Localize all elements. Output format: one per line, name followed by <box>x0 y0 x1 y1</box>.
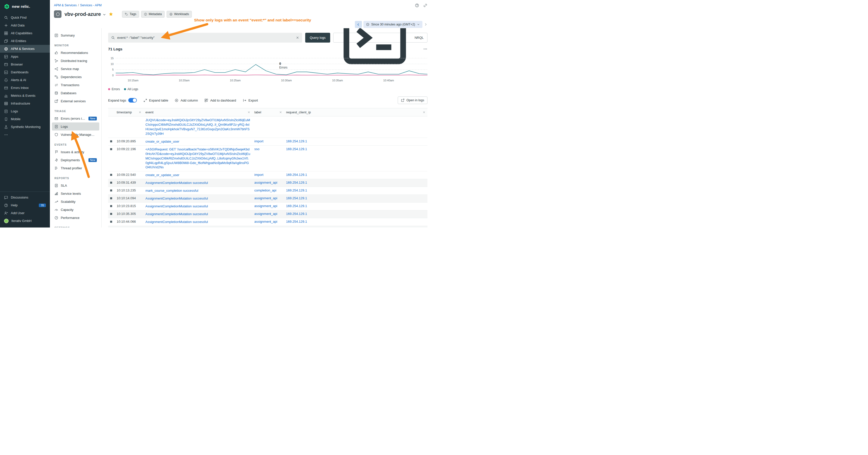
remove-column-icon[interactable] <box>248 111 250 113</box>
sidebar-item-browser[interactable]: Browser <box>0 61 50 68</box>
entity-switcher-chevron-icon[interactable] <box>102 13 106 17</box>
sidebar-item-all-entities[interactable]: All Entities <box>0 37 50 45</box>
log-event-link[interactable]: <ASGIRequest: GET '/sso/callback/?state=… <box>146 147 250 170</box>
log-ip-link[interactable]: 169.254.129.1 <box>286 139 307 143</box>
workloads-button[interactable]: Workloads <box>166 11 192 18</box>
sidebar-item-errors-inbox[interactable]: Errors Inbox <box>0 84 50 92</box>
expand-table-button[interactable]: Expand table <box>144 98 168 102</box>
clear-query-icon[interactable] <box>296 36 299 39</box>
row-select-marker[interactable] <box>110 182 112 184</box>
nav-item-vulnerability-management[interactable]: Vulnerability Management <box>52 130 99 138</box>
log-label-link[interactable]: sso <box>254 147 259 151</box>
log-event-link[interactable]: AssignmentCompletionMutation successful <box>146 220 250 224</box>
nav-item-databases[interactable]: Databases <box>52 89 99 97</box>
nav-item-logs[interactable]: Logs <box>52 123 99 130</box>
log-row[interactable]: 10:10:49.051mark_course_completion succe… <box>108 226 428 228</box>
nav-item-summary[interactable]: Summary <box>52 31 99 39</box>
logs-query-text[interactable]: event:* -"label":"security" <box>117 36 293 39</box>
log-row[interactable]: 10:09:22.540create_or_update_userimport1… <box>108 171 428 179</box>
log-event-link[interactable]: AssignmentCompletionMutation successful <box>146 204 250 208</box>
log-event-link[interactable]: AssignmentCompletionMutation successful <box>146 181 250 185</box>
row-select-marker[interactable] <box>110 174 112 176</box>
nav-item-errors-errors-inb[interactable]: Errors (errors inb...New <box>52 115 99 123</box>
log-row[interactable]: 10:10:14.094AssignmentCompletionMutation… <box>108 195 428 202</box>
log-ip-link[interactable]: 169.254.129.1 <box>286 181 307 185</box>
log-ip-link[interactable]: 169.254.129.1 <box>286 220 307 224</box>
breadcrumb-services-apm[interactable]: Services - APM <box>80 3 101 7</box>
log-ip-link[interactable]: 169.254.129.1 <box>286 173 307 176</box>
column-header-request-client-ip[interactable]: request_client_ip <box>284 108 428 117</box>
add-to-dashboard-button[interactable]: Add to dashboard <box>205 98 236 102</box>
log-row[interactable]: 10:10:44.066AssignmentCompletionMutation… <box>108 218 428 226</box>
log-label-link[interactable]: import <box>254 173 264 176</box>
more-options-icon[interactable] <box>423 47 428 51</box>
row-select-marker[interactable] <box>110 197 112 199</box>
sidebar-item-quick-find[interactable]: Quick Find <box>0 13 50 22</box>
log-event-link[interactable]: JUQVU&code=eyJraWQiOiJjcGltY29yZV8wOTI1M… <box>146 118 250 136</box>
row-select-marker[interactable] <box>110 148 112 150</box>
favorite-star-icon[interactable] <box>108 12 113 17</box>
logs-timeseries-chart[interactable]: 051015 0 Errors 10:15am10:20am10:25am10:… <box>108 56 428 84</box>
nav-item-sla[interactable]: SLA <box>52 182 99 190</box>
nav-item-capacity[interactable]: Capacity <box>52 205 99 214</box>
help-circle-icon[interactable] <box>415 3 419 7</box>
sidebar-item-logs[interactable]: Logs <box>0 107 50 115</box>
nav-item-transactions[interactable]: Transactions <box>52 81 99 89</box>
new-relic-logo[interactable]: new relic. <box>0 0 50 13</box>
column-header-timestamp[interactable]: timestamp <box>115 108 144 117</box>
sidebar-item-more[interactable] <box>0 131 50 138</box>
column-header-label[interactable]: label <box>252 108 284 117</box>
sidebar-item-apps[interactable]: Apps <box>0 53 50 61</box>
log-row[interactable]: 10:10:23.815AssignmentCompletionMutation… <box>108 202 428 210</box>
log-label-link[interactable]: assignment_api <box>254 181 277 185</box>
add-column-button[interactable]: Add column <box>175 98 198 102</box>
nav-item-dependencies[interactable]: Dependencies <box>52 73 99 81</box>
sidebar-item-discussions[interactable]: Discussions <box>0 194 50 201</box>
time-back-button[interactable] <box>355 21 362 28</box>
log-ip-link[interactable]: 169.254.129.1 <box>286 196 307 200</box>
nrql-button[interactable]: NRQL <box>333 33 428 42</box>
toggle-on-icon[interactable] <box>128 98 137 102</box>
log-ip-link[interactable]: 169.254.129.1 <box>286 212 307 216</box>
row-select-marker[interactable] <box>110 140 112 142</box>
logs-query-input[interactable]: event:* -"label":"security" <box>108 33 302 42</box>
sidebar-item-mobile[interactable]: Mobile <box>0 115 50 123</box>
nav-item-service-levels[interactable]: Service levels <box>52 190 99 197</box>
log-ip-link[interactable]: 169.254.129.1 <box>286 147 307 151</box>
remove-column-icon[interactable] <box>138 111 142 113</box>
log-row[interactable]: 10:09:31.439AssignmentCompletionMutation… <box>108 179 428 187</box>
log-label-link[interactable]: completion_api <box>254 189 276 192</box>
log-label-link[interactable]: import <box>254 139 264 143</box>
log-event-link[interactable]: AssignmentCompletionMutation successful <box>146 212 250 217</box>
tags-button[interactable]: Tags <box>122 11 139 18</box>
export-button[interactable]: Export <box>243 98 258 102</box>
log-label-link[interactable]: assignment_api <box>254 212 277 216</box>
time-forward-button[interactable] <box>424 23 428 26</box>
log-row[interactable]: JUQVU&code=eyJraWQiOiJjcGltY29yZV8wOTI1M… <box>108 117 428 138</box>
legend-all-logs[interactable]: All Logs <box>124 88 138 91</box>
sidebar-item-alerts-ai[interactable]: Alerts & AI <box>0 76 50 84</box>
log-event-link[interactable]: mark_course_completion successful <box>146 189 250 193</box>
query-logs-button[interactable]: Query logs <box>305 33 330 42</box>
log-event-link[interactable]: create_or_update_user <box>146 173 250 177</box>
row-select-marker[interactable] <box>110 213 112 215</box>
remove-column-icon[interactable] <box>423 111 426 113</box>
permalink-icon[interactable] <box>423 3 428 7</box>
sidebar-item-all-capabilities[interactable]: All Capabilities <box>0 29 50 37</box>
nav-item-service-map[interactable]: Service map <box>52 65 99 73</box>
log-ip-link[interactable]: 169.254.129.1 <box>286 204 307 208</box>
row-select-marker[interactable] <box>110 205 112 207</box>
nav-item-deployments[interactable]: DeploymentsNew <box>52 156 99 164</box>
log-row[interactable]: 10:09:20.895create_or_update_userimport1… <box>108 137 428 145</box>
sidebar-item-apm-services[interactable]: APM & Services <box>0 45 50 53</box>
nav-item-recommendations[interactable]: Recommendations <box>52 48 99 57</box>
log-label-link[interactable]: assignment_api <box>254 196 277 200</box>
nav-item-thread-profiler[interactable]: Thread profiler <box>52 164 99 172</box>
breadcrumb-apm-services[interactable]: APM & Services <box>54 3 76 7</box>
log-event-link[interactable]: create_or_update_user <box>146 139 250 144</box>
open-in-logs-button[interactable]: Open in logs <box>398 97 428 104</box>
sidebar-item-metrics-events[interactable]: Metrics & Events <box>0 92 50 99</box>
nav-item-scalability[interactable]: Scalability <box>52 197 99 205</box>
log-ip-link[interactable]: 169.254.129.1 <box>286 189 307 192</box>
nav-item-distributed-tracing[interactable]: Distributed tracing <box>52 57 99 65</box>
